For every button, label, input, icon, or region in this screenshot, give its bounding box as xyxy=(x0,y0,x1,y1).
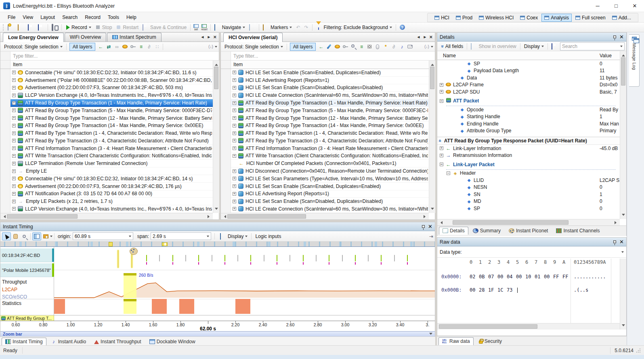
list-item[interactable]: +ATT Write Transaction (Client Character… xyxy=(231,152,429,160)
timing-display-button[interactable]: Display xyxy=(218,233,250,240)
scroll-tabs-left-icon[interactable]: ◄ xyxy=(417,35,421,39)
zoom-tool-button[interactable] xyxy=(20,232,29,240)
list-item[interactable]: +ATT Read By Type Transaction (3 - 4, Ch… xyxy=(231,137,429,145)
selected-time-column[interactable] xyxy=(124,273,136,298)
search-icon[interactable] xyxy=(350,43,357,50)
expand-icon[interactable]: + xyxy=(233,154,236,158)
value-column[interactable]: Value xyxy=(600,53,612,58)
detail-row[interactable]: +→Retransmission Information xyxy=(437,152,620,159)
logic-inputs-button[interactable]: Logic inputs xyxy=(253,233,283,240)
navigate-button[interactable]: Navigate xyxy=(212,24,247,31)
set-button[interactable]: set xyxy=(192,24,200,31)
zoom-bar[interactable]: Zoom bar xyxy=(0,331,435,336)
navigate-export-button[interactable] xyxy=(247,24,257,31)
markers-dropdown-icon[interactable] xyxy=(289,27,292,29)
show-in-overview-button[interactable]: Show in overview xyxy=(469,43,518,50)
detail-row[interactable]: ◆Starting Handle1 xyxy=(437,113,620,121)
select-tool-button[interactable] xyxy=(2,232,11,240)
search-input[interactable]: Search xyxy=(560,42,625,50)
save-button[interactable] xyxy=(26,24,36,31)
pin-icon[interactable] xyxy=(613,35,616,38)
scatter-icon[interactable]: ∷ xyxy=(153,43,161,50)
tab-dockable-window[interactable]: Dockable Window xyxy=(146,338,199,346)
workspace-tab-hci[interactable]: HCI xyxy=(432,14,452,22)
pan-tool-button[interactable] xyxy=(11,232,20,240)
expand-icon[interactable]: + xyxy=(233,139,236,142)
tab-instant-audio[interactable]: ♪Instant Audio xyxy=(47,338,90,346)
detail-row[interactable]: −ATT Packet xyxy=(437,98,620,105)
tab-wifi-overview[interactable]: WiFi Overview xyxy=(65,33,106,42)
collapse-chevron-icon[interactable]: « xyxy=(437,140,443,142)
menu-view[interactable]: View xyxy=(19,13,37,22)
list-item[interactable]: +HCI LE Set Scan Enable (Scan=Enabled, D… xyxy=(231,183,429,190)
data-type-dropdown-icon[interactable] xyxy=(621,251,624,254)
scroll-tabs-left-icon[interactable]: ◄ xyxy=(201,35,205,39)
workspace-tab-full-screen[interactable]: Full screen xyxy=(573,14,608,22)
expand-icon[interactable]: + xyxy=(12,146,16,150)
tab-raw-data[interactable]: 101011Raw data xyxy=(438,337,474,345)
expand-icon[interactable]: + xyxy=(12,78,16,82)
list-item[interactable]: +Advertisement (00:22:D0:00:07:F3, Scann… xyxy=(10,183,213,190)
exchange-icon[interactable]: ⇄ xyxy=(105,43,112,50)
list-item[interactable]: +ATT Read By Group Type Transaction (12 … xyxy=(10,115,213,122)
list-item[interactable]: +→Empty LE xyxy=(10,167,213,175)
expand-icon[interactable]: + xyxy=(12,109,16,112)
all-layers-button[interactable]: All layers xyxy=(290,43,316,51)
close-button[interactable]: ✕ xyxy=(625,0,644,12)
details-column-header[interactable]: Name Value xyxy=(437,51,626,60)
list-item[interactable]: +ATT Find Information Transaction (3 - 4… xyxy=(10,145,213,152)
list-item[interactable]: +ATT Read By Type Transaction (3 - 4, Ch… xyxy=(10,137,213,145)
expand-icon[interactable]: + xyxy=(233,78,236,82)
expand-icon[interactable]: + xyxy=(233,177,236,180)
type-filter-input[interactable]: Type filter... xyxy=(231,52,435,60)
find-button[interactable] xyxy=(50,24,60,31)
list-item[interactable]: +LLCP Version Exchange (4.0, Id=Texas In… xyxy=(10,92,213,99)
tab-summary[interactable]: Summary xyxy=(469,227,504,235)
filtering-button[interactable]: Filtering: Exclude Background xyxy=(314,24,394,31)
list-item[interactable]: +HCI LE Create Connection (ScanInterval=… xyxy=(231,92,429,99)
list-item[interactable]: +HCI LE Set Scan Enable (Scan=Disabled, … xyxy=(231,84,429,92)
detail-row[interactable]: ◆Data11 bytes xyxy=(437,74,620,81)
expand-icon[interactable]: + xyxy=(233,146,236,150)
detail-row[interactable]: +L2CAP SDUBasic, 7 xyxy=(437,88,620,96)
details-vertical-scrollbar[interactable] xyxy=(620,51,626,219)
snapshot-button[interactable] xyxy=(41,232,50,240)
expand-icon[interactable]: − xyxy=(440,99,443,103)
expand-icon[interactable]: + xyxy=(233,207,236,211)
expand-icon[interactable]: − xyxy=(440,163,443,166)
audio-listen-icon[interactable]: ∂ xyxy=(390,43,397,50)
expand-icon[interactable]: + xyxy=(233,101,236,105)
list-item[interactable]: +HCI Disconnect (Connection=0x0401, Reas… xyxy=(231,167,429,175)
record-button[interactable]: Record xyxy=(63,24,93,31)
display-button[interactable]: Display xyxy=(522,43,546,50)
list-item[interactable]: +Advertisement (00:22:D0:00:07:F3, Scann… xyxy=(10,84,213,92)
list-item[interactable]: +HCI LE Set Scan Enable (Scan=Disabled, … xyxy=(231,198,429,205)
close-panel-icon[interactable]: ✕ xyxy=(619,34,624,40)
expand-icon[interactable]: + xyxy=(12,94,16,97)
detail-row[interactable]: ◆Ending HandleMax Han xyxy=(437,120,620,127)
menu-record[interactable]: Record xyxy=(81,13,104,22)
workspace-tab-analysis[interactable]: Analysis xyxy=(541,14,572,22)
tab-instant-spectrum[interactable]: Instant Spectrum xyxy=(107,33,162,42)
name-column[interactable]: Name xyxy=(443,53,456,58)
prev-marker-button[interactable]: ↶ xyxy=(294,24,302,31)
pin-icon[interactable] xyxy=(613,240,616,243)
pin-icon[interactable] xyxy=(422,225,425,228)
detail-row[interactable]: +L2CAP FrameDst=0x0 xyxy=(437,81,620,89)
list-item[interactable]: +ATT Notification Packet (3: 03 15 02 7D… xyxy=(10,190,213,198)
list-item[interactable]: +LLCP Version Exchange (4.0, Id=Texas In… xyxy=(10,205,213,213)
expand-icon[interactable]: + xyxy=(12,139,16,142)
scroll-tabs-right-icon[interactable]: ► xyxy=(423,35,427,39)
type-filter-input[interactable]: Type filter... xyxy=(10,52,219,60)
workspace-tab-wireless-hci[interactable]: Wireless HCI xyxy=(476,14,516,22)
hci-vertical-scrollbar[interactable] xyxy=(429,61,435,213)
scroll-tabs-right-icon[interactable]: ► xyxy=(207,35,211,39)
raw-horizontal-scrollbar[interactable] xyxy=(437,323,620,330)
list-item[interactable]: +Advertisement ("Polar H6 00088B1E" 00:2… xyxy=(10,77,213,84)
expand-icon[interactable]: + xyxy=(12,86,16,90)
expand-icon[interactable]: + xyxy=(233,109,236,112)
tab-hci-overview-serial-[interactable]: HCI Overview (Serial) xyxy=(223,33,283,42)
expand-icon[interactable]: + xyxy=(12,124,16,127)
detail-row[interactable]: ◆SP0 xyxy=(437,60,620,67)
device-track-label[interactable]: 00:18:34:2F:4C:BD xyxy=(0,248,54,262)
